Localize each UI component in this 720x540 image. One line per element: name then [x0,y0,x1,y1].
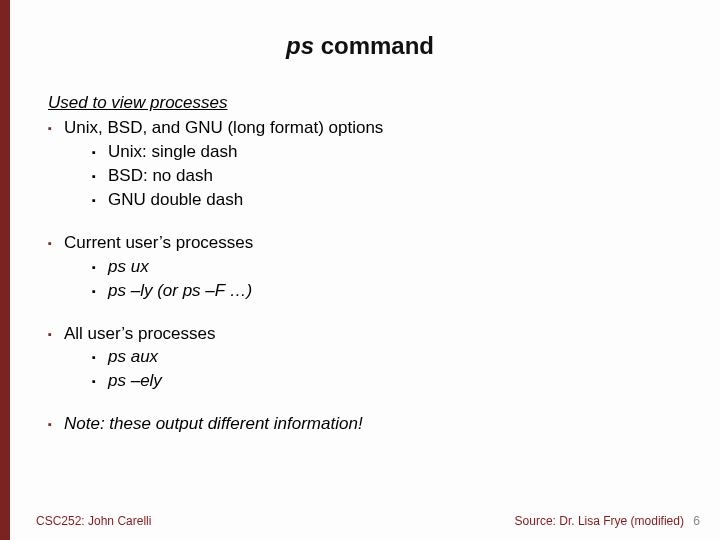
sub-bullet-label: Unix: single dash [108,142,237,161]
sub-bullet-list: ps auxps –ely [92,346,690,393]
sub-bullet-label: BSD: no dash [108,166,213,185]
title-command: ps [286,32,314,59]
footer-source: Source: Dr. Lisa Frye (modified) [515,514,684,528]
sub-bullet-item: Unix: single dash [92,141,690,164]
section: Current user’s processesps uxps –ly (or … [48,232,690,303]
sub-bullet-item: ps –ely [92,370,690,393]
accent-bar [0,0,10,540]
bullet-item: Current user’s processesps uxps –ly (or … [48,232,690,303]
sub-bullet-item: GNU double dash [92,189,690,212]
bullet-list: Unix, BSD, and GNU (long format) options… [48,117,690,212]
section: Note: these output different information… [48,413,690,436]
bullet-label: Current user’s processes [64,233,253,252]
slide-content: Used to view processes Unix, BSD, and GN… [48,92,690,456]
sub-bullet-item: ps –ly (or ps –F …) [92,280,690,303]
sub-bullet-item: ps ux [92,256,690,279]
sub-bullet-label: GNU double dash [108,190,243,209]
bullet-list: Current user’s processesps uxps –ly (or … [48,232,690,303]
sub-bullet-label: ps –ely [108,371,162,390]
slide: ps command Used to view processes Unix, … [0,0,720,540]
sub-bullet-label: ps ux [108,257,149,276]
section: All user’s processesps auxps –ely [48,323,690,394]
bullet-item: Unix, BSD, and GNU (long format) options… [48,117,690,212]
bullet-label: All user’s processes [64,324,216,343]
bullet-list: All user’s processesps auxps –ely [48,323,690,394]
title-rest: command [314,32,434,59]
footer-left: CSC252: John Carelli [36,514,151,528]
bullet-list: Note: these output different information… [48,413,690,436]
page-number: 6 [693,514,700,528]
sub-bullet-item: BSD: no dash [92,165,690,188]
sub-bullet-label: ps aux [108,347,158,366]
sub-bullet-list: Unix: single dashBSD: no dashGNU double … [92,141,690,212]
subtitle: Used to view processes [48,92,690,115]
section: Unix, BSD, and GNU (long format) options… [48,117,690,212]
footer-right: Source: Dr. Lisa Frye (modified) 6 [515,514,700,528]
bullet-label: Note: these output different information… [64,414,363,433]
sub-bullet-item: ps aux [92,346,690,369]
bullet-item: Note: these output different information… [48,413,690,436]
bullet-label: Unix, BSD, and GNU (long format) options [64,118,383,137]
bullet-item: All user’s processesps auxps –ely [48,323,690,394]
slide-title: ps command [0,32,720,60]
sub-bullet-list: ps uxps –ly (or ps –F …) [92,256,690,303]
sub-bullet-label: ps –ly (or ps –F …) [108,281,252,300]
